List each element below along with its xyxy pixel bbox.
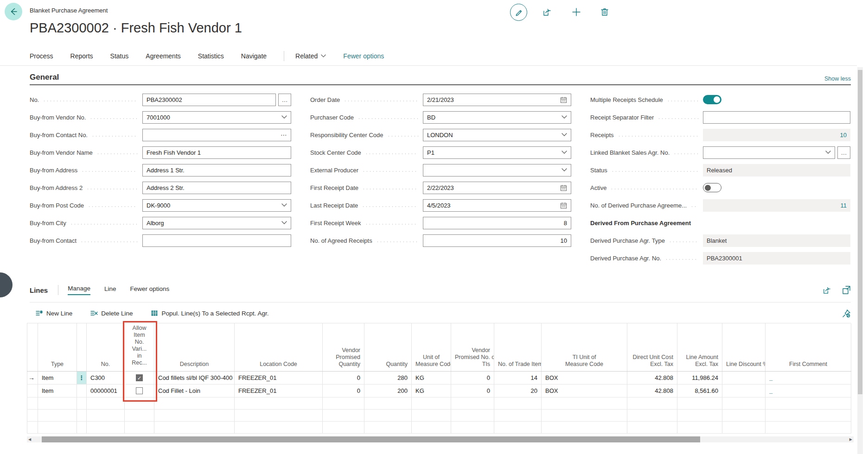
empty-cell[interactable] — [766, 421, 851, 433]
empty-cell[interactable] — [235, 409, 323, 421]
field-buy-from-post-code-input[interactable]: DK-9000 — [142, 199, 291, 212]
field-buy-from-city-input[interactable]: Alborg — [142, 217, 291, 229]
cell-allow[interactable] — [125, 384, 154, 397]
field-first-receipt-week-input[interactable]: 8 — [423, 217, 571, 229]
empty-cell[interactable] — [154, 397, 235, 409]
empty-cell[interactable] — [766, 397, 851, 409]
show-less-link[interactable]: Show less — [824, 76, 851, 82]
empty-cell[interactable] — [677, 397, 722, 409]
cell-description[interactable]: Cod fillets sl/bl IQF 300-400 1x... — [154, 371, 235, 384]
cell-location[interactable]: FREEZER_01 — [235, 384, 323, 397]
menu-item-related[interactable]: Related — [295, 52, 326, 60]
field-multiple-receipts-schedule-toggle[interactable] — [703, 95, 721, 104]
empty-cell[interactable] — [494, 409, 542, 421]
field-receipt-separator-filter-input[interactable] — [703, 111, 850, 124]
column-header-vpnt[interactable]: VendorPromised No. ofTIs — [451, 323, 494, 371]
column-header-lam[interactable]: Line AmountExcl. Tax — [677, 323, 722, 371]
empty-cell[interactable] — [542, 397, 627, 409]
empty-cell[interactable] — [235, 397, 323, 409]
cell-no[interactable]: 00000001 — [87, 384, 125, 397]
cell-tiuom[interactable]: BOX — [542, 371, 627, 384]
menu-item-reports[interactable]: Reports — [70, 52, 93, 60]
empty-cell[interactable] — [494, 421, 542, 433]
empty-cell[interactable] — [154, 409, 235, 421]
empty-cell[interactable] — [364, 397, 412, 409]
cell-fc[interactable]: _ — [766, 384, 851, 397]
back-button[interactable] — [5, 3, 22, 20]
column-header-tiuom[interactable]: TI Unit ofMeasure Code — [542, 323, 627, 371]
cell-vpnt[interactable]: 0 — [451, 371, 494, 384]
cell-qty[interactable]: 280 — [364, 371, 412, 384]
cell-vpq[interactable]: 0 — [323, 384, 364, 397]
empty-cell[interactable] — [364, 421, 412, 433]
collapsed-pane-handle[interactable] — [0, 272, 13, 297]
field-buy-from-vendor-no-input[interactable]: 7001000 — [142, 111, 291, 124]
menu-item-agreements[interactable]: Agreements — [146, 52, 180, 60]
allow-item-variance-checkbox[interactable] — [136, 387, 143, 394]
cell-qty[interactable]: 200 — [364, 384, 412, 397]
column-header-no[interactable]: No. — [87, 323, 125, 371]
field-stock-center-code-input[interactable]: P1 — [423, 146, 571, 159]
vertical-scrollbar[interactable] — [857, 67, 863, 454]
new-line-button[interactable]: New Line — [35, 309, 72, 317]
empty-cell[interactable] — [766, 409, 851, 421]
empty-cell[interactable] — [627, 421, 677, 433]
empty-cell[interactable] — [677, 421, 722, 433]
empty-cell[interactable] — [722, 421, 766, 433]
horizontal-scrollbar-thumb[interactable] — [42, 436, 700, 442]
menu-item-status[interactable]: Status — [110, 52, 129, 60]
delete-line-button[interactable]: Delete Line — [90, 309, 133, 317]
cell-menu[interactable]: ⋮ — [77, 371, 87, 384]
share-button[interactable] — [542, 7, 552, 17]
scroll-right-arrow[interactable]: ▶ — [849, 437, 852, 441]
cell-duc[interactable]: 42.808 — [627, 371, 677, 384]
field-no-assist-button[interactable]: … — [278, 94, 291, 106]
horizontal-scrollbar[interactable]: ◀ ▶ — [27, 436, 854, 442]
empty-cell[interactable] — [38, 397, 77, 409]
empty-cell[interactable] — [27, 397, 38, 409]
allow-item-variance-checkbox[interactable]: ✓ — [136, 374, 143, 381]
column-header-qty[interactable]: Quantity — [364, 323, 412, 371]
column-header-fc[interactable]: First Comment — [766, 323, 851, 371]
cell-menu[interactable] — [77, 384, 87, 397]
cell-no[interactable]: C300 — [87, 371, 125, 384]
cell-vpnt[interactable]: 0 — [451, 384, 494, 397]
empty-cell[interactable] — [677, 409, 722, 421]
empty-cell[interactable] — [627, 397, 677, 409]
cell-type[interactable]: Item — [38, 384, 77, 397]
field-active-toggle[interactable] — [703, 183, 721, 192]
cell-vpq[interactable]: 0 — [323, 371, 364, 384]
empty-cell[interactable] — [722, 409, 766, 421]
column-header-allow[interactable]: AllowItemNo.Vari...inRec... — [125, 323, 154, 371]
unpin-pane-button[interactable] — [842, 309, 851, 318]
field-linked-blanket-sales-agr-no-input[interactable] — [703, 146, 835, 159]
cell-lam[interactable]: 11,986.24 — [677, 371, 722, 384]
column-header-noti[interactable]: No. of Trade Items — [494, 323, 542, 371]
column-header-type[interactable]: Type — [38, 323, 77, 371]
empty-cell[interactable] — [323, 409, 364, 421]
empty-cell[interactable] — [412, 397, 451, 409]
empty-cell[interactable] — [235, 421, 323, 433]
empty-cell[interactable] — [87, 421, 125, 433]
column-header-uom[interactable]: Unit ofMeasure Code — [412, 323, 451, 371]
cell-ldisc[interactable] — [722, 371, 766, 384]
empty-cell[interactable] — [323, 397, 364, 409]
empty-cell[interactable] — [542, 409, 627, 421]
menu-item-statistics[interactable]: Statistics — [198, 52, 224, 60]
empty-cell[interactable] — [412, 421, 451, 433]
empty-cell[interactable] — [125, 421, 154, 433]
field-first-receipt-date-input[interactable]: 2/22/2023 — [423, 182, 571, 194]
empty-cell[interactable] — [494, 397, 542, 409]
column-header-description[interactable]: Description — [154, 323, 235, 371]
field-buy-from-vendor-name-input[interactable]: Fresh Fish Vendor 1 — [142, 146, 291, 159]
column-header-vpq[interactable]: VendorPromisedQuantity — [323, 323, 364, 371]
empty-cell[interactable] — [412, 409, 451, 421]
empty-cell[interactable] — [87, 409, 125, 421]
column-header-ldisc[interactable]: Line Discount % — [722, 323, 766, 371]
row-context-menu[interactable]: ⋮ — [77, 372, 86, 384]
tab-manage[interactable]: Manage — [68, 285, 90, 295]
empty-cell[interactable] — [451, 397, 494, 409]
cell-ldisc[interactable] — [722, 384, 766, 397]
cell-location[interactable]: FREEZER_01 — [235, 371, 323, 384]
empty-cell[interactable] — [125, 409, 154, 421]
